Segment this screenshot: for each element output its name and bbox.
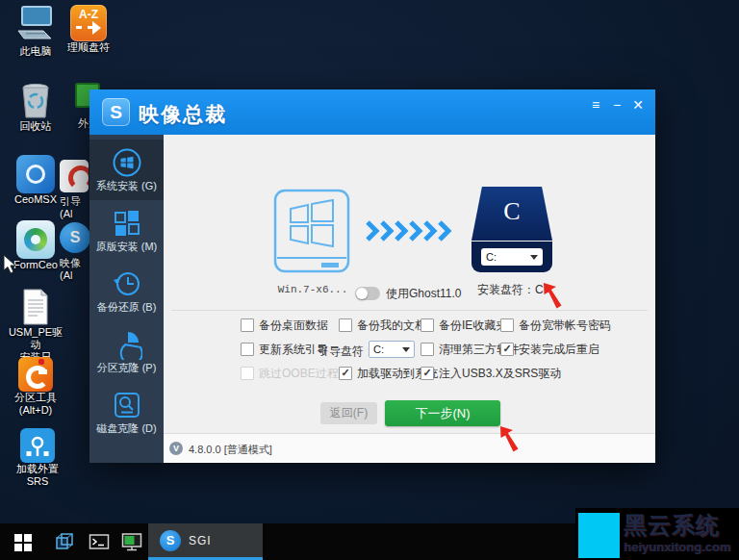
desktop-icon-bootfix[interactable]: 引导 (Al xyxy=(60,160,89,220)
window-title: 映像总裁 xyxy=(139,101,227,128)
desktop-icon-sgi-shortcut[interactable]: S 映像 (Al xyxy=(60,222,89,282)
icon-label: 理顺盘符 xyxy=(62,41,115,54)
icon-label: (Alt+D) xyxy=(8,404,64,417)
sidebar-item-backup-restore[interactable]: 备份还原 (B) xyxy=(89,261,164,321)
computer-icon xyxy=(14,5,57,45)
checkbox-icon xyxy=(241,367,254,380)
checkbox-update-boot[interactable]: 更新系统引导 xyxy=(241,342,328,357)
diskgenius-icon xyxy=(18,357,53,392)
az-sort-icon: A-Z xyxy=(70,5,107,41)
boot-drive-value: C: xyxy=(373,344,384,355)
sidebar-item-partition-clone[interactable]: 分区克隆 (P) xyxy=(89,321,164,382)
icon-label: 回收站 xyxy=(8,120,64,133)
sgi-logo-icon: S xyxy=(160,530,181,551)
target-drive: C C: xyxy=(471,187,552,272)
sidebar-item-original-install[interactable]: 原版安装 (M) xyxy=(89,200,164,261)
target-drive-value: C: xyxy=(486,251,497,263)
ghost-toggle[interactable] xyxy=(355,287,380,300)
checkbox-icon: ✓ xyxy=(339,367,352,380)
watermark: 黑云系统 heiyunxitong.com xyxy=(575,508,739,560)
minimize-icon[interactable]: − xyxy=(607,96,626,114)
desktop-icon-this-pc[interactable]: 此电脑 xyxy=(8,5,64,58)
boot-drive-select[interactable]: C: xyxy=(369,341,415,358)
icon-label: (Al xyxy=(60,208,88,220)
icon-label: 映像 xyxy=(60,257,88,269)
icon-label: 此电脑 xyxy=(8,45,64,58)
checkbox-icon: ✓ xyxy=(420,367,434,380)
target-drive-select[interactable]: C: xyxy=(481,248,543,266)
sidebar-item-system-install[interactable]: 系统安装 (G) xyxy=(89,140,164,200)
source-image-icon xyxy=(273,189,350,279)
disk-search-icon xyxy=(112,390,142,420)
formceo-icon xyxy=(16,220,55,259)
sidebar-item-label: 系统安装 (G) xyxy=(89,179,164,193)
checkbox-backup-documents[interactable]: 备份我的文档 xyxy=(339,318,426,333)
checkbox-icon xyxy=(241,318,254,332)
icon-label: 分区工具 xyxy=(8,392,64,404)
checkbox-icon xyxy=(500,318,514,332)
sidebar-item-label: 原版安装 (M) xyxy=(89,240,164,254)
checkbox-icon xyxy=(241,343,254,356)
arrow-chevrons-icon xyxy=(364,219,456,242)
srs-icon xyxy=(20,428,55,463)
ceomsx-icon xyxy=(16,155,55,193)
next-button[interactable]: 下一步(N) xyxy=(385,400,500,426)
text-file-icon xyxy=(20,288,51,326)
mouse-cursor xyxy=(3,254,17,275)
watermark-title: 黑云系统 xyxy=(624,512,737,539)
checkbox-inject-usb3-srs[interactable]: ✓ 注入USB3.X及SRS驱动 xyxy=(420,366,561,381)
checkbox-icon xyxy=(339,318,352,332)
tiles-icon xyxy=(112,208,142,239)
sgi-logo-icon: S xyxy=(60,222,90,253)
desktop-icon-partition-tool[interactable]: 分区工具 (Alt+D) xyxy=(8,357,64,417)
checkbox-backup-desktop[interactable]: 备份桌面数据 xyxy=(241,318,328,333)
desktop: 此电脑 A-Z 理顺盘符 回收站 外置 CeoMSX 引导 (Al xyxy=(0,0,739,560)
chevron-down-icon xyxy=(530,255,538,264)
desktop-icon-az-drive-sort[interactable]: A-Z 理顺盘符 xyxy=(62,5,115,54)
divider xyxy=(171,310,648,311)
menu-icon[interactable]: ≡ xyxy=(586,96,605,114)
desktop-icon-recycle-bin[interactable]: 回收站 xyxy=(8,80,64,133)
windows-circle-icon xyxy=(112,147,142,178)
desktop-icon-load-srs[interactable]: 加载外置SRS xyxy=(8,428,67,488)
version-text: 4.8.0.0 [普通模式] xyxy=(189,443,272,457)
checkbox-icon: ✓ xyxy=(500,343,514,356)
titlebar[interactable]: S 映像总裁 ≡ − ✕ xyxy=(89,89,655,135)
pe-tool-cube-icon[interactable] xyxy=(54,531,75,552)
taskbar-app-sgi[interactable]: S SGI xyxy=(148,523,263,560)
status-bar: V 4.8.0.0 [普通模式] xyxy=(164,433,655,463)
target-drive-icon: C xyxy=(471,187,552,241)
sidebar-item-disk-clone[interactable]: 磁盘克隆 (D) xyxy=(89,382,164,443)
red-annotation-arrow-icon xyxy=(497,424,526,453)
close-icon[interactable]: ✕ xyxy=(628,96,648,114)
version-badge-icon: V xyxy=(169,442,183,455)
watermark-domain: heiyunxitong.com xyxy=(624,540,730,554)
start-button-icon[interactable] xyxy=(13,531,34,552)
checkbox-reboot-after-install[interactable]: ✓ 安装完成后重启 xyxy=(500,342,599,357)
checkbox-backup-ie-favorites[interactable]: 备份IE收藏夹 xyxy=(420,318,507,333)
bootfix-icon xyxy=(60,160,89,192)
main-panel: Win.7-x6... C C: 安装盘符：C xyxy=(164,135,655,434)
desktop-icon-ceomsx[interactable]: CeoMSX xyxy=(8,155,64,206)
app-logo-icon: S xyxy=(102,98,130,126)
source-image-label: Win.7-x6... xyxy=(260,284,366,295)
icon-label: CeoMSX xyxy=(8,193,64,206)
icon-label: USM_PE驱动 xyxy=(8,326,64,351)
restore-clock-icon xyxy=(112,268,142,299)
pie-icon xyxy=(112,329,142,360)
recycle-bin-icon xyxy=(16,80,55,120)
taskbar-app-label: SGI xyxy=(189,534,212,547)
icon-label: 引导 xyxy=(60,195,88,208)
chevron-down-icon xyxy=(402,347,410,356)
sidebar-item-label: 分区克隆 (P) xyxy=(89,361,164,375)
checkbox-icon xyxy=(420,318,434,332)
command-prompt-icon[interactable] xyxy=(89,531,110,552)
sidebar: 系统安装 (G) 原版安装 (M) 备份还原 (B) xyxy=(89,135,164,463)
back-button[interactable]: 返回(F) xyxy=(320,402,377,424)
sgi-window: S 映像总裁 ≡ − ✕ 系统安装 (G) xyxy=(89,89,655,463)
sidebar-item-label: 备份还原 (B) xyxy=(89,300,164,315)
red-annotation-arrow-icon xyxy=(541,281,570,310)
system-monitor-icon[interactable] xyxy=(121,531,142,552)
checkbox-backup-broadband[interactable]: 备份宽带帐号密码 xyxy=(500,318,611,333)
sidebar-item-label: 磁盘克隆 (D) xyxy=(89,421,164,436)
